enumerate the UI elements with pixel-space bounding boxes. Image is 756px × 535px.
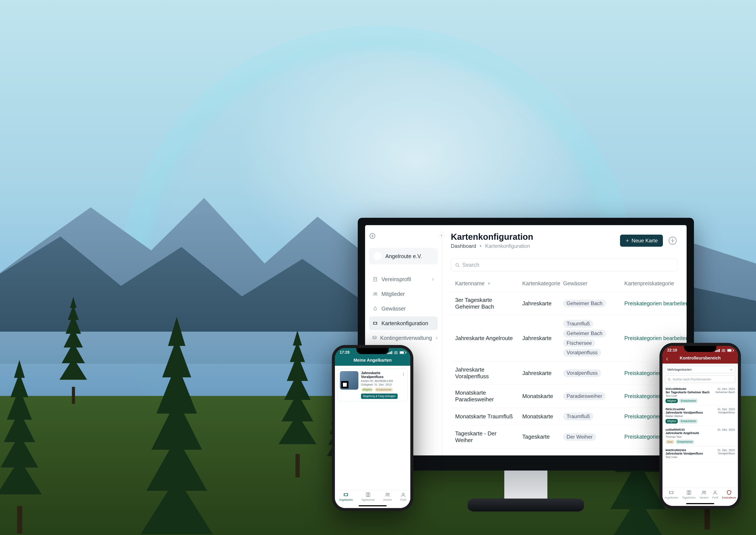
angelkarte-card[interactable]: Jahreskarte Voralpenfluss Karten-ID: 4b0…	[338, 369, 408, 401]
org-avatar	[373, 251, 382, 261]
search-input[interactable]: Search	[451, 259, 678, 271]
sidebar-item-mitglieder[interactable]: Mitglieder	[369, 287, 438, 300]
dots-icon	[401, 372, 405, 376]
cell-waters: Traumfluß	[560, 408, 621, 425]
table-row: Monatskarte Traumfluß Monatskarte Traumf…	[451, 408, 678, 425]
cell-name: Jahreskarte Voralpenfluss	[451, 362, 519, 385]
cell-name: Tageskarte - Der Weiher	[451, 425, 519, 448]
cell-category: Monatskarte	[519, 408, 560, 425]
water-chip: Voralpenfluss	[563, 369, 601, 377]
sidebar-item-gewaesser[interactable]: Gewässer	[369, 302, 438, 315]
wifi-icon	[721, 349, 725, 352]
search-icon	[667, 378, 671, 381]
fisher-search-input[interactable]: Suche nach Fischernamen	[665, 376, 735, 383]
control-list-item[interactable]: 5331c609dbe8d 31. Dez. 2023 3er Tageskar…	[665, 385, 735, 406]
status-time: 22:10	[667, 348, 677, 352]
card-id-label: Karten-ID:	[361, 379, 374, 382]
back-button[interactable]	[665, 355, 669, 362]
search-placeholder: Search	[462, 262, 479, 268]
status-indicators	[388, 351, 406, 354]
book-icon	[686, 490, 692, 495]
col-pricecat[interactable]: Kartenpreiskategorie	[621, 275, 671, 292]
control-list-item[interactable]: ce26af00df143 31. Dez. 2023 Jahreskarte …	[665, 426, 735, 446]
col-waters[interactable]: Gewässer	[560, 275, 621, 292]
tab-label: Kontrolleure	[722, 496, 736, 499]
cell-waters: TraumflußGeheimer BachFischerseeVoralpen…	[560, 315, 621, 362]
logo-mark-icon	[369, 233, 376, 239]
log-catch-button[interactable]: Begehung & Fang eintragen	[361, 394, 398, 399]
tab-profil[interactable]: Profil	[400, 492, 406, 508]
sidebar-item-vereinsprofil[interactable]: Vereinsprofil	[369, 272, 438, 286]
phone-controller: 22:10 Kontrolleursbereich Mehrtageskarte…	[660, 343, 741, 509]
tag-member: Mitglied	[361, 387, 373, 392]
ticket-icon	[668, 490, 674, 495]
table-row: Tageskarte - Der Weiher Tageskarte Der W…	[451, 425, 678, 448]
breadcrumb-current: Kartenkonfiguration	[485, 243, 530, 249]
card-validity-value: 31. Dez. 2023	[374, 383, 392, 386]
cell-category: Monatskarte	[519, 385, 560, 408]
ticket-icon	[343, 492, 349, 497]
water-chip: Geheimer Bach	[563, 299, 606, 307]
item-title: Jahreskarte Angelroute	[665, 431, 735, 435]
card-validity-label: Gültigkeit:	[361, 383, 373, 386]
drop-icon	[372, 305, 378, 312]
plus-icon	[625, 239, 630, 243]
tab-label: Angelkarten	[664, 496, 678, 499]
water-chip: Geheimer Bach	[563, 329, 606, 337]
tab-kontrolleure[interactable]: Kontrolleure	[722, 490, 736, 506]
sidebar-item-label: Gewässer	[381, 306, 406, 312]
col-name[interactable]: Kartenname	[451, 275, 519, 292]
sidebar-item-kartenkonfiguration[interactable]: Kartenkonfiguration	[369, 317, 438, 330]
card-more-button[interactable]	[401, 371, 405, 399]
sidebar-item-label: Kartenkonfiguration	[381, 320, 428, 326]
battery-icon	[727, 349, 733, 352]
cell-name: Monatskarte Paradiesweiher	[451, 385, 519, 408]
layers-icon	[372, 335, 377, 341]
filter-select[interactable]: Mehrtageskarten	[665, 366, 735, 373]
phone-header: Meine Angelkarten	[335, 355, 410, 366]
tab-label: Vereine	[383, 498, 392, 501]
cell-name: Jahreskarte Angelroute	[451, 315, 519, 362]
item-date: 31. Dez. 2023	[717, 387, 735, 390]
new-card-button[interactable]: Neue Karte	[620, 235, 663, 247]
wifi-icon	[394, 351, 398, 354]
table-row: Monatskarte Paradiesweiher Monatskarte P…	[451, 385, 678, 408]
tag-age: Erwachsener	[679, 419, 698, 423]
tab-angelkarten[interactable]: Angelkarten	[339, 492, 353, 508]
sidebar-collapse-button[interactable]	[439, 233, 445, 239]
users-icon	[385, 492, 390, 497]
status-indicators	[715, 349, 733, 352]
water-chip: Voralpenfluss	[563, 349, 601, 357]
config-table: Kartenname Kartenkategorie Gewässer Kart…	[451, 275, 678, 449]
tag-age: Erwachsener	[679, 399, 698, 403]
cell-category: Jahreskarte	[519, 362, 560, 385]
phone-header: Kontrolleursbereich	[680, 355, 721, 360]
table-row: Jahreskarte Angelroute Jahreskarte Traum…	[451, 315, 678, 362]
user-icon	[400, 492, 406, 497]
tab-label: Angelkarten	[339, 498, 353, 501]
cell-waters: Der Weiher	[560, 425, 621, 448]
cell-name: 3er Tageskarte Geheimer Bach	[451, 292, 519, 315]
col-category[interactable]: Kartenkategorie	[519, 275, 560, 292]
sidebar-item-kontingentverwaltung[interactable]: Kontingentverwaltung	[369, 331, 438, 345]
org-switcher[interactable]: Angelroute e.V.	[369, 248, 438, 265]
cell-waters: Voralpenfluss	[560, 362, 621, 385]
item-id: f503c1fcad49d	[665, 408, 685, 411]
item-date: 31. Dez. 2023	[717, 428, 735, 431]
card-id-value: 4b03608c1355	[375, 379, 393, 382]
home-indicator	[359, 505, 387, 506]
breadcrumb-root[interactable]: Dashboard	[451, 243, 476, 249]
search-icon	[455, 263, 460, 268]
sidebar-item-label: Kontingentverwaltung	[380, 335, 432, 341]
status-time: 17:28	[339, 350, 350, 355]
edit-pricecats-link[interactable]: Preiskategorien bearbeiten	[624, 335, 687, 341]
tab-label: Vereine	[700, 496, 708, 499]
cell-category: Jahreskarte	[519, 315, 560, 362]
tab-angelkarten[interactable]: Angelkarten	[664, 490, 678, 506]
control-list-item[interactable]: 844251d50242d 31. Dez. 2023 Jahreskarte …	[665, 446, 735, 462]
cell-name: Monatskarte Traumfluß	[451, 408, 519, 425]
control-list-item[interactable]: f503c1fcad49d 31. Dez. 2023 Jahreskarte …	[665, 406, 735, 426]
user-icon	[712, 490, 718, 495]
item-id: ce26af00df143	[665, 428, 685, 431]
phone-notch	[684, 346, 716, 352]
